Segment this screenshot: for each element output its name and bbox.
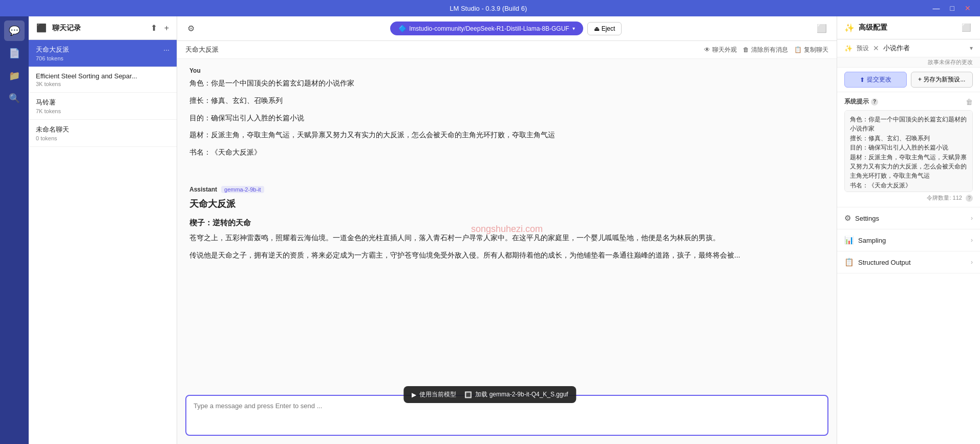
copy-icon: 📋 — [794, 46, 802, 53]
right-panel-expand-button[interactable]: ⬜ — [960, 22, 973, 34]
message-block-assistant: Assistant gemma-2-9b-it 天命大反派 楔子：逆转的天命 苍… — [189, 186, 824, 262]
titlebar: LM Studio - 0.3.9 (Build 6) — □ ✕ — [0, 0, 980, 16]
model-badge: gemma-2-9b-it — [221, 186, 264, 193]
message-copy-button[interactable]: ⧉ — [203, 164, 211, 176]
chat-item-tokens: 7K tokens — [36, 108, 169, 114]
close-button[interactable]: ✕ — [962, 3, 974, 13]
sampling-section[interactable]: 📊 Sampling › — [837, 229, 980, 251]
right-panel: ✨ 高级配置 ⬜ ✨ 预设 ✕ 小说作者 ▾ 故事未保存的更改 ⬆ 提交更改 +… — [837, 16, 980, 444]
token-help-icon: ? — [966, 195, 973, 202]
chat-item-tokens: 706 tokens — [36, 55, 169, 61]
wand-small-icon: ✨ — [844, 45, 853, 52]
delete-sys-prompt-button[interactable]: 🗑 — [966, 98, 973, 106]
chat-list-title: 聊天记录 — [52, 24, 145, 33]
chat-item[interactable]: 未命名聊天 0 tokens — [29, 120, 177, 147]
titlebar-controls: — □ ✕ — [930, 3, 974, 13]
chat-subtitle-actions: 👁 聊天外观 🗑 清除所有消息 📋 复制聊天 — [704, 46, 828, 54]
message-delete-button[interactable]: 🗑 — [228, 164, 239, 176]
chat-item[interactable]: 天命大反派 ··· 706 tokens — [29, 40, 177, 67]
import-chat-button[interactable]: ⬆ — [149, 22, 159, 34]
structured-output-label: Structured Output — [858, 259, 911, 266]
chat-subtitle: 天命大反派 👁 聊天外观 🗑 清除所有消息 📋 复制聊天 — [177, 41, 837, 59]
sidebar-item-search[interactable]: 🔍 — [4, 88, 25, 109]
preset-row: ✨ 预设 ✕ 小说作者 ▾ — [837, 39, 980, 57]
preset-chevron-button[interactable]: ▾ — [970, 45, 973, 52]
eject-label: Eject — [602, 25, 615, 32]
preset-section-label: 预设 — [857, 44, 869, 53]
right-panel-header: ✨ 高级配置 ⬜ — [837, 16, 980, 39]
load-model-button[interactable]: 🔳 加载 gemma-2-9b-it-Q4_K_S.gguf — [464, 390, 568, 399]
chat-list-header: ⬛ 聊天记录 ⬆ + — [29, 16, 177, 40]
settings-section-icon: ⚙ — [844, 214, 851, 223]
clear-messages-label: 清除所有消息 — [751, 46, 788, 54]
sidebar-item-document[interactable]: 📄 — [4, 43, 25, 64]
structured-output-section[interactable]: 📋 Structured Output › — [837, 251, 980, 273]
messages-area: You 角色：你是一个中国顶尖的长篇玄幻题材的小说作家 擅长：修真、玄幻、召唤系… — [177, 59, 837, 389]
add-chat-button[interactable]: + — [163, 22, 171, 34]
document-icon: 📄 — [9, 48, 20, 59]
folder-icon: 📁 — [9, 70, 20, 81]
submit-changes-button[interactable]: ⬆ 提交更改 — [844, 72, 907, 88]
structured-output-chevron-icon: › — [971, 259, 973, 266]
icon-sidebar: 💬 📄 📁 🔍 — [0, 16, 29, 444]
preset-unsaved-notice: 故事未保存的更改 — [837, 57, 980, 68]
message-block-user: You 角色：你是一个中国顶尖的长篇玄幻题材的小说作家 擅长：修真、玄幻、召唤系… — [189, 67, 824, 176]
maximize-button[interactable]: □ — [947, 3, 957, 13]
use-current-label: 使用当前模型 — [419, 390, 456, 399]
chat-item[interactable]: Efficient Steel Sorting and Separ... 3K … — [29, 67, 177, 93]
current-chat-title: 天命大反派 — [185, 45, 219, 54]
sampling-label: Sampling — [858, 237, 886, 244]
load-model-label: 加载 gemma-2-9b-it-Q4_K_S.gguf — [475, 390, 568, 399]
chat-topbar: ⚙ 🔷 lmstudio-community/DeepSeek-R1-Disti… — [177, 16, 837, 41]
sidebar-item-chat[interactable]: 💬 — [4, 20, 25, 41]
chat-item-name: 马铃薯 — [36, 98, 56, 107]
trash-icon: 🗑 — [743, 46, 749, 53]
chat-item-name: 未命名聊天 — [36, 125, 69, 134]
preset-close-button[interactable]: ✕ — [873, 44, 879, 52]
sender-name: You — [189, 67, 201, 74]
grid-icon: 🔳 — [464, 391, 472, 398]
sampling-icon: 📊 — [844, 236, 854, 245]
chat-item[interactable]: 马铃薯 7K tokens — [29, 93, 177, 120]
collapse-panel-button[interactable]: ⬛ — [35, 22, 48, 34]
save-new-label: + 另存为新预设... — [918, 75, 965, 84]
model-name: lmstudio-community/DeepSeek-R1-Distill-L… — [410, 25, 569, 32]
sidebar-item-folder[interactable]: 📁 — [4, 66, 25, 86]
minimize-button[interactable]: — — [930, 3, 943, 13]
message-edit-button[interactable]: ✎ — [189, 164, 199, 176]
model-popup-bar: ▶ 使用当前模型 🔳 加载 gemma-2-9b-it-Q4_K_S.gguf — [403, 386, 576, 403]
sampling-chevron-icon: › — [971, 237, 973, 244]
model-selector-button[interactable]: 🔷 lmstudio-community/DeepSeek-R1-Distill… — [390, 22, 583, 35]
right-panel-title: 高级配置 — [859, 23, 956, 32]
upload-icon: ⬆ — [860, 76, 865, 83]
sys-prompt-content[interactable]: 角色：你是一个中国顶尖的长篇玄幻题材的小说作家 擅长：修真、玄幻、召唤系列 目的… — [844, 110, 973, 192]
copy-chat-label: 复制聊天 — [804, 46, 828, 54]
titlebar-title: LM Studio - 0.3.9 (Build 6) — [47, 5, 930, 12]
search-icon: 🔍 — [9, 93, 20, 104]
chat-bubble-icon: 💬 — [9, 25, 20, 36]
settings-section-label: Settings — [855, 215, 879, 222]
play-icon: ▶ — [412, 391, 416, 398]
token-count: 令牌数量: 112 ? — [844, 194, 973, 202]
preset-actions: ⬆ 提交更改 + 另存为新预设... — [837, 68, 980, 92]
save-new-preset-button[interactable]: + 另存为新预设... — [911, 72, 973, 88]
settings-section[interactable]: ⚙ Settings › — [837, 207, 980, 229]
settings-gear-button[interactable]: ⚙ — [185, 22, 197, 35]
chat-more-button[interactable]: ··· — [163, 46, 169, 54]
view-external-button[interactable]: 👁 聊天外观 — [704, 46, 737, 54]
eye-icon: 👁 — [704, 46, 710, 53]
use-current-model-button[interactable]: ▶ 使用当前模型 — [412, 390, 456, 399]
clear-messages-button[interactable]: 🗑 清除所有消息 — [743, 46, 788, 54]
eject-icon: ⏏ — [594, 25, 600, 32]
expand-button[interactable]: ⬜ — [815, 22, 828, 35]
eject-button[interactable]: ⏏ Eject — [587, 22, 622, 35]
chevron-down-icon: ▾ — [572, 26, 575, 31]
sys-prompt-section: 系统提示 ? 🗑 角色：你是一个中国顶尖的长篇玄幻题材的小说作家 擅长：修真、玄… — [837, 92, 980, 207]
sys-prompt-title: 系统提示 ? — [844, 97, 878, 106]
chat-item-name: Efficient Steel Sorting and Separ... — [36, 72, 137, 80]
app-container: 💬 📄 📁 🔍 ⬛ 聊天记录 ⬆ + 天命大反派 ··· 706 tokens — [0, 16, 980, 444]
model-icon: 🔷 — [398, 25, 407, 32]
message-regenerate-button[interactable]: ↺ — [215, 164, 224, 176]
topbar-center: 🔷 lmstudio-community/DeepSeek-R1-Distill… — [390, 22, 622, 35]
copy-chat-button[interactable]: 📋 复制聊天 — [794, 46, 828, 54]
